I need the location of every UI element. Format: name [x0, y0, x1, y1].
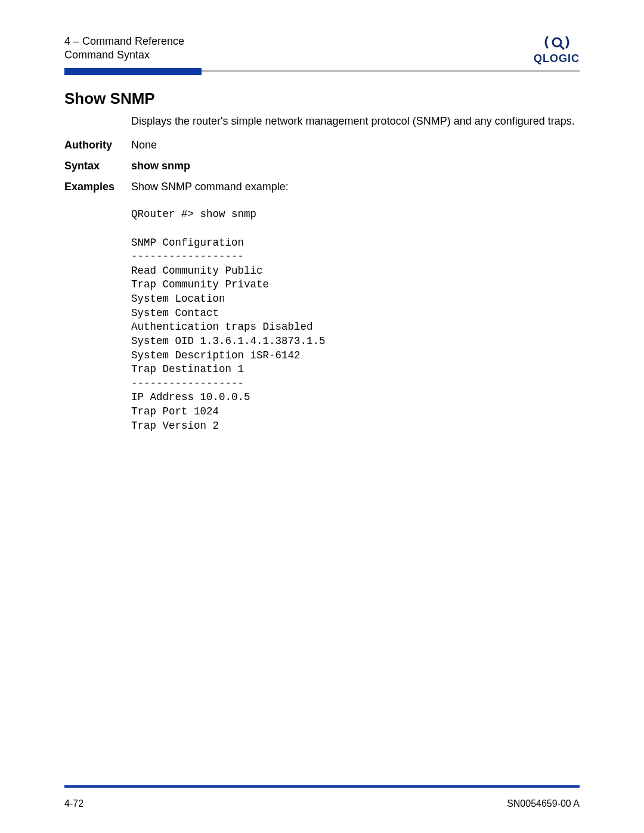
header-section: Command Syntax [64, 48, 580, 62]
authority-value: None [131, 139, 580, 151]
syntax-label: Syntax [64, 160, 131, 172]
syntax-value: show snmp [131, 160, 580, 172]
content: Show SNMP Displays the router's simple n… [64, 89, 580, 433]
footer-doc-number: SN0054659-00 A [507, 798, 580, 809]
header-rule [64, 68, 580, 75]
brand-logo-text: QLOGIC [534, 52, 580, 65]
header-left: 4 – Command Reference Command Syntax [64, 35, 580, 63]
syntax-row: Syntax show snmp [64, 160, 580, 172]
svg-line-1 [560, 45, 564, 49]
examples-row: Examples Show SNMP command example: [64, 181, 580, 199]
footer-page-number: 4-72 [64, 798, 83, 809]
footer-rule [64, 785, 580, 788]
header-rule-accent [64, 68, 202, 75]
examples-intro: Show SNMP command example: [131, 181, 580, 193]
page-header: 4 – Command Reference Command Syntax [64, 35, 580, 63]
authority-label: Authority [64, 139, 131, 151]
page-title: Show SNMP [64, 89, 580, 108]
brand-logo-icon [534, 35, 580, 52]
brand-logo: QLOGIC [534, 35, 580, 65]
header-rule-line [202, 70, 580, 72]
header-chapter: 4 – Command Reference [64, 35, 580, 48]
command-description: Displays the router's simple network man… [131, 114, 580, 128]
examples-label: Examples [64, 181, 131, 199]
page-footer: 4-72 SN0054659-00 A [64, 798, 580, 809]
example-output: QRouter #> show snmp SNMP Configuration … [131, 208, 580, 433]
authority-row: Authority None [64, 139, 580, 151]
